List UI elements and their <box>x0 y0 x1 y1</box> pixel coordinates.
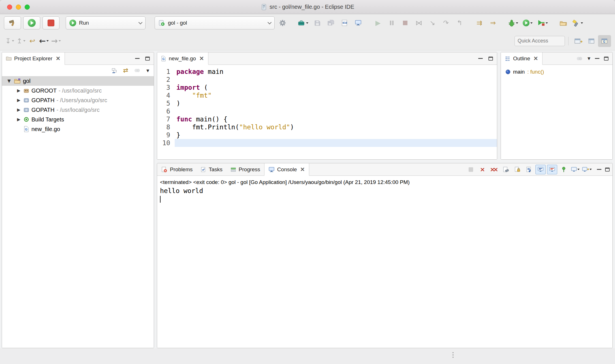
maximize-view-button[interactable] <box>145 57 150 61</box>
tree-item-gol[interactable]: ▼ gol <box>2 76 154 86</box>
word-wrap-button[interactable] <box>524 165 534 174</box>
tab-problems[interactable]: Problems <box>157 163 197 175</box>
display-console-button[interactable] <box>570 165 580 174</box>
minimize-view-button[interactable] <box>597 169 601 170</box>
code-line[interactable]: 5) <box>157 99 497 107</box>
code-line[interactable]: 3import ( <box>157 83 497 91</box>
open-console-button[interactable] <box>582 165 592 174</box>
open-perspective-button[interactable] <box>572 35 585 47</box>
code-area[interactable]: 1package main23import (4 "fmt"5)67func m… <box>157 65 497 159</box>
tab-tasks[interactable]: Tasks <box>197 163 227 175</box>
tab-outline[interactable]: Outline × <box>501 52 543 65</box>
step-return-button[interactable]: ↰ <box>454 16 465 29</box>
console-monitor-icon <box>355 20 362 26</box>
open-folder-button[interactable] <box>558 16 569 29</box>
code-line[interactable]: 7func main() { <box>157 115 497 123</box>
disconnect-button[interactable]: ⋈ <box>413 16 424 29</box>
flashlight-icon <box>572 19 580 27</box>
tree-item-gopath-2[interactable]: ▶ GOPATH - /usr/local/go/src <box>2 105 154 115</box>
console-view-button[interactable] <box>353 16 364 29</box>
zoom-window-button[interactable] <box>25 5 30 10</box>
link-with-editor-button[interactable]: ⇄ <box>123 67 128 74</box>
resume-button[interactable]: ▶ <box>372 16 384 29</box>
new-wizard-button[interactable] <box>297 16 309 29</box>
maximize-view-button[interactable] <box>604 57 608 61</box>
code-line[interactable]: 6 <box>157 107 497 115</box>
terminate-button[interactable] <box>42 16 59 29</box>
tab-new-file-go[interactable]: G new_file.go × <box>157 52 208 65</box>
code-line[interactable]: 10 <box>157 139 497 147</box>
console-output-area[interactable]: <terminated> <exit code: 0> gol - gol [G… <box>157 176 612 348</box>
remove-launch-button[interactable]: × <box>477 165 488 174</box>
debug-button[interactable] <box>507 16 519 29</box>
close-icon[interactable]: × <box>300 166 305 172</box>
perspective-go-button[interactable]: G <box>598 35 611 47</box>
code-line[interactable]: 9} <box>157 131 497 139</box>
scroll-lock-button[interactable] <box>512 165 522 174</box>
show-stderr-toggle-button[interactable] <box>547 165 557 174</box>
tree-item-new-file[interactable]: G new_file.go <box>2 124 154 134</box>
quick-access-input[interactable] <box>514 36 565 46</box>
run-history-button[interactable] <box>522 16 534 29</box>
view-menu-button[interactable]: ▼ <box>146 69 149 72</box>
view-menu-button[interactable]: ▼ <box>588 57 590 60</box>
pin-console-button[interactable] <box>559 165 569 174</box>
back-button[interactable]: ← <box>38 35 50 48</box>
code-line[interactable]: 1package main <box>157 68 497 76</box>
show-stdout-toggle-button[interactable] <box>535 165 546 174</box>
expand-arrow-icon[interactable]: ▶ <box>16 117 22 122</box>
collapse-all-button[interactable] <box>111 68 118 73</box>
step-over-button[interactable]: ↷ <box>440 16 452 29</box>
run-mode-dropdown[interactable]: Run <box>66 16 146 29</box>
minimize-view-button[interactable] <box>595 58 599 59</box>
search-button[interactable] <box>571 16 584 29</box>
close-window-button[interactable] <box>7 5 12 10</box>
forward-button[interactable]: → <box>50 35 62 48</box>
build-button[interactable] <box>4 16 21 29</box>
close-icon[interactable]: × <box>533 55 538 61</box>
tab-progress[interactable]: Progress <box>227 163 264 175</box>
tab-project-explorer[interactable]: Project Explorer × <box>2 52 65 65</box>
tree-item-gopath-1[interactable]: ▶ GOPATH - /Users/yaou/go/src <box>2 95 154 105</box>
close-icon[interactable]: × <box>199 55 204 61</box>
skip-breakpoints-button[interactable]: ⇉ <box>474 16 485 29</box>
code-line[interactable]: 8 fmt.Println("hello world") <box>157 123 497 131</box>
launch-config-gear-button[interactable] <box>277 16 288 29</box>
launch-config-dropdown[interactable]: gol - gol <box>155 16 275 29</box>
minimize-view-button[interactable] <box>478 58 483 59</box>
terminate-console-button[interactable] <box>466 165 476 174</box>
tree-item-build-targets[interactable]: ▶ Build Targets <box>2 115 154 124</box>
maximize-view-button[interactable] <box>605 168 610 172</box>
expand-arrow-icon[interactable]: ▶ <box>16 88 22 93</box>
step-into-button[interactable]: ↘ <box>427 16 438 29</box>
code-line[interactable]: 4 "fmt" <box>157 91 497 99</box>
expand-arrow-icon[interactable]: ▶ <box>16 107 22 112</box>
save-all-button[interactable] <box>325 16 337 29</box>
remove-all-launches-button[interactable]: × × <box>489 165 499 174</box>
next-annotation-button[interactable]: ↧ <box>4 35 15 48</box>
collapse-arrow-icon[interactable]: ▼ <box>6 78 12 83</box>
sash-handle[interactable] <box>452 352 454 358</box>
step-filters-button[interactable]: ⇒ <box>487 16 499 29</box>
minimize-view-button[interactable] <box>135 58 140 59</box>
maximize-view-button[interactable] <box>488 57 493 61</box>
minimize-window-button[interactable] <box>16 5 21 10</box>
tab-console[interactable]: Console × <box>264 163 309 176</box>
run-button[interactable] <box>23 16 40 29</box>
previous-annotation-button[interactable]: ↥ <box>15 35 27 48</box>
binary-button[interactable]: 010 <box>339 16 350 29</box>
clear-console-button[interactable] <box>501 165 511 174</box>
suspend-button[interactable] <box>386 16 397 29</box>
code-line[interactable]: 2 <box>157 76 497 83</box>
save-button[interactable] <box>312 16 323 29</box>
perspective-resource-button[interactable] <box>585 35 598 47</box>
view-extra-button[interactable] <box>576 56 583 61</box>
close-icon[interactable]: × <box>55 55 61 61</box>
view-extra-button[interactable] <box>134 68 141 73</box>
tree-item-goroot[interactable]: ▶ GOROOT - /usr/local/go/src <box>2 86 154 95</box>
outline-item-main[interactable]: main : func() <box>505 69 608 75</box>
coverage-button[interactable] <box>536 16 549 29</box>
terminate-debug-button[interactable] <box>400 16 411 29</box>
expand-arrow-icon[interactable]: ▶ <box>16 98 22 103</box>
last-edit-location-button[interactable]: ↩ <box>27 35 38 48</box>
